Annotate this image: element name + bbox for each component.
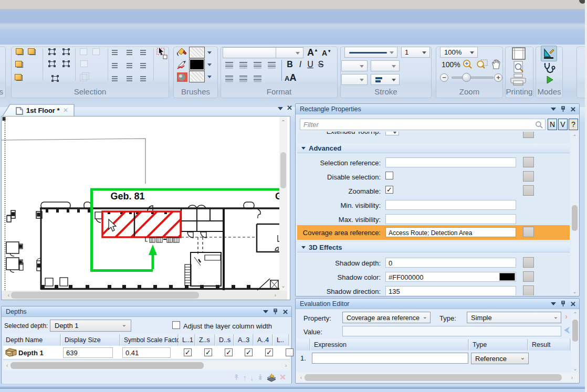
svg-text:G: G xyxy=(275,191,279,202)
svg-text:Geb. 81: Geb. 81 xyxy=(110,191,144,202)
